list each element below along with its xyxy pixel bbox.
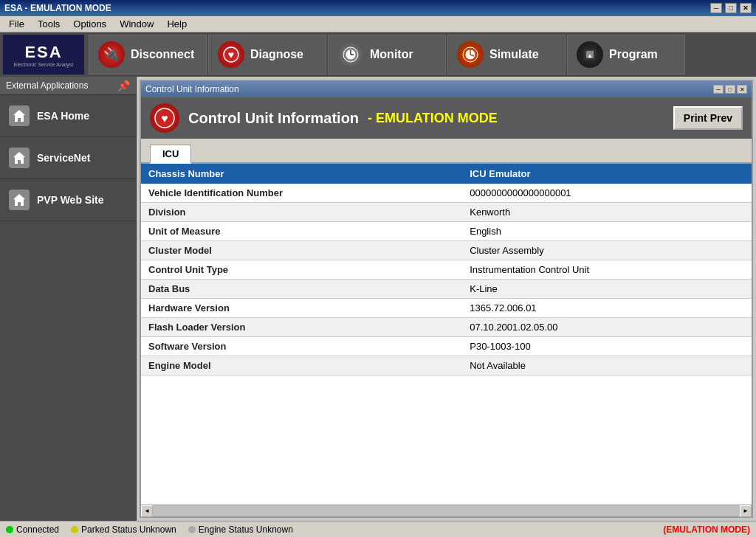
- table-cell-value: 1365.72.006.01: [462, 299, 752, 318]
- table-cell-label: Engine Model: [141, 356, 462, 375]
- sidebar-item-servicenet[interactable]: ServiceNet: [0, 137, 136, 179]
- sidebar-title: External Applications: [6, 80, 88, 91]
- emulation-mode-status: (EMULATION MODE): [663, 524, 750, 535]
- engine-status-indicator: Engine Status Unknown: [188, 524, 293, 535]
- program-button[interactable]: ▲ Program: [567, 35, 685, 75]
- table-cell-value: P30-1003-100: [462, 337, 752, 356]
- pvp-icon: [9, 190, 30, 210]
- minimize-button[interactable]: ─: [710, 3, 722, 13]
- table-cell-value: K-Line: [462, 280, 752, 299]
- servicenet-icon: [9, 148, 30, 168]
- table-cell-label: Software Version: [141, 337, 462, 356]
- engine-status-label: Engine Status Unknown: [199, 524, 293, 535]
- monitor-label: Monitor: [370, 48, 413, 61]
- table-cell-value: Instrumentation Control Unit: [462, 260, 752, 280]
- diagnose-button[interactable]: ♥ Diagnose: [208, 35, 326, 75]
- simulate-button[interactable]: Simulate: [447, 35, 566, 75]
- program-label: Program: [609, 48, 658, 61]
- table-row: Hardware Version1365.72.006.01: [141, 299, 752, 318]
- table-row: Flash Loader Version07.10.2001.02.05.00: [141, 318, 752, 337]
- table-row: Cluster ModelCluster Assembly: [141, 241, 752, 260]
- parked-status-indicator: Parked Status Unknown: [71, 524, 176, 535]
- disconnect-button[interactable]: 🔌 Disconnect: [89, 35, 207, 75]
- table-cell-value: Not Available: [462, 356, 752, 375]
- engine-dot: [188, 526, 196, 533]
- parked-dot: [71, 526, 78, 533]
- inner-title-bar: Control Unit Information ─ □ ✕: [141, 81, 752, 97]
- table-cell-label: Control Unit Type: [141, 260, 462, 280]
- logo-sub: Electronic Service Analyst: [14, 62, 74, 67]
- tab-icu[interactable]: ICU: [150, 145, 191, 164]
- emulation-badge: - EMULATION MODE: [368, 111, 498, 126]
- table-row: Software VersionP30-1003-100: [141, 337, 752, 356]
- disconnect-icon: 🔌: [98, 41, 125, 68]
- table-row: Data BusK-Line: [141, 280, 752, 299]
- table-row: Vehicle Identification Number00000000000…: [141, 184, 752, 203]
- title-bar-controls: ─ □ ✕: [710, 3, 752, 13]
- logo-area: ESA Electronic Service Analyst: [3, 35, 84, 75]
- connected-label: Connected: [16, 524, 59, 535]
- diagnose-label: Diagnose: [250, 48, 303, 61]
- close-button[interactable]: ✕: [740, 3, 752, 13]
- menu-tools[interactable]: Tools: [32, 17, 66, 31]
- inner-close-button[interactable]: ✕: [737, 85, 747, 94]
- table-cell-value: Cluster Assembly: [462, 241, 752, 260]
- table-cell-label: Unit of Measure: [141, 222, 462, 241]
- maximize-button[interactable]: □: [725, 3, 737, 13]
- menu-options[interactable]: Options: [67, 17, 112, 31]
- col-icu-emulator: ICU Emulator: [462, 164, 752, 184]
- connected-indicator: Connected: [6, 524, 59, 535]
- logo-esa: ESA: [24, 43, 62, 62]
- toolbar: ESA Electronic Service Analyst 🔌 Disconn…: [0, 32, 756, 77]
- table-area[interactable]: Chassis Number ICU Emulator Vehicle Iden…: [141, 164, 752, 505]
- inner-maximize-button[interactable]: □: [725, 85, 735, 94]
- menu-window[interactable]: Window: [114, 17, 159, 31]
- svg-text:♥: ♥: [228, 49, 234, 60]
- simulate-label: Simulate: [489, 48, 539, 61]
- table-row: Engine ModelNot Available: [141, 356, 752, 375]
- table-header-row: Chassis Number ICU Emulator: [141, 164, 752, 184]
- connected-dot: [6, 526, 13, 533]
- col-chassis-number: Chassis Number: [141, 164, 462, 184]
- sidebar-item-pvp-web-site[interactable]: PVP Web Site: [0, 179, 136, 221]
- inner-area: Control Unit Information ─ □ ✕ ♥ Control…: [137, 77, 756, 521]
- content-header-title: Control Unit Information: [188, 110, 359, 127]
- program-icon: ▲: [577, 41, 603, 68]
- window-title: ESA - EMULATION MODE: [4, 3, 111, 13]
- sidebar-item-esa-home[interactable]: ESA Home: [0, 95, 136, 137]
- menu-file[interactable]: File: [3, 17, 30, 31]
- tab-bar: ICU: [141, 139, 752, 164]
- scroll-track[interactable]: [153, 505, 740, 516]
- table-cell-label: Cluster Model: [141, 241, 462, 260]
- bottom-scrollbar[interactable]: ◄ ►: [141, 505, 752, 516]
- table-cell-label: Vehicle Identification Number: [141, 184, 462, 203]
- info-table: Chassis Number ICU Emulator Vehicle Iden…: [141, 164, 752, 375]
- title-bar: ESA - EMULATION MODE ─ □ ✕: [0, 0, 756, 16]
- inner-window: Control Unit Information ─ □ ✕ ♥ Control…: [140, 80, 753, 518]
- content-header: ♥ Control Unit Information - EMULATION M…: [141, 97, 752, 139]
- table-row: Control Unit TypeInstrumentation Control…: [141, 260, 752, 280]
- monitor-button[interactable]: Monitor: [328, 35, 446, 75]
- servicenet-label: ServiceNet: [37, 152, 90, 164]
- scroll-left-button[interactable]: ◄: [141, 505, 153, 517]
- content-header-icon: ♥: [150, 103, 179, 133]
- status-bar: Connected Parked Status Unknown Engine S…: [0, 521, 756, 537]
- esa-home-label: ESA Home: [37, 110, 89, 122]
- table-cell-value: 0000000000000000001: [462, 184, 752, 203]
- esa-home-icon: [9, 105, 30, 126]
- table-row: DivisionKenworth: [141, 203, 752, 222]
- disconnect-label: Disconnect: [131, 48, 194, 61]
- table-row: Unit of MeasureEnglish: [141, 222, 752, 241]
- sidebar-header: External Applications 📌: [0, 77, 136, 95]
- scroll-right-button[interactable]: ►: [740, 505, 752, 517]
- parked-status-label: Parked Status Unknown: [81, 524, 176, 535]
- monitor-icon: [337, 41, 364, 68]
- menu-help[interactable]: Help: [161, 17, 193, 31]
- svg-text:▲: ▲: [587, 52, 593, 59]
- sidebar: External Applications 📌 ESA Home Service…: [0, 77, 137, 521]
- simulate-icon: [457, 41, 484, 68]
- table-cell-label: Hardware Version: [141, 299, 462, 318]
- print-preview-button[interactable]: Print Prev: [673, 106, 743, 130]
- inner-minimize-button[interactable]: ─: [713, 85, 724, 94]
- sidebar-pin[interactable]: 📌: [117, 80, 130, 91]
